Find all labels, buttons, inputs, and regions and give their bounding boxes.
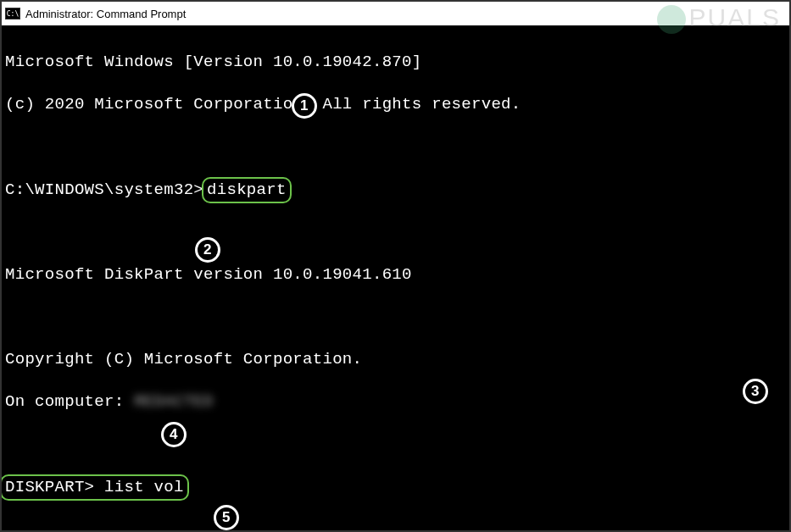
cmd-icon: C:\ — [5, 8, 20, 19]
cmd-listvol: list vol — [104, 478, 184, 496]
diskpart-copyright: Copyright (C) Microsoft Corporation. — [5, 349, 789, 370]
callout-4: 4 — [161, 422, 187, 447]
copyright-line: (c) 2020 Microsoft Corporation. All righ… — [5, 94, 789, 115]
os-version-line: Microsoft Windows [Version 10.0.19042.87… — [5, 52, 789, 73]
computer-name-redacted: REDACTED — [134, 392, 214, 411]
diskpart-version: Microsoft DiskPart version 10.0.19041.61… — [5, 264, 789, 285]
prompt-line-1: C:\WINDOWS\system32>diskpart — [5, 180, 789, 201]
highlight-listvol: DISKPART> list vol — [0, 474, 189, 501]
cmd-diskpart: diskpart — [207, 180, 287, 199]
callout-3: 3 — [743, 379, 768, 404]
terminal-output[interactable]: Microsoft Windows [Version 10.0.19042.87… — [2, 25, 789, 532]
window-title: Administrator: Command Prompt — [25, 8, 186, 20]
diskpart-prompt: DISKPART> — [5, 478, 104, 496]
highlight-diskpart: diskpart — [202, 177, 292, 203]
prompt-line-2: DISKPART> list vol — [2, 477, 789, 498]
on-computer-line: On computer: REDACTED — [5, 391, 789, 413]
callout-2: 2 — [195, 237, 220, 263]
prompt-path: C:\WINDOWS\system32> — [5, 180, 203, 199]
callout-5: 5 — [214, 505, 239, 530]
callout-1: 1 — [292, 93, 317, 119]
